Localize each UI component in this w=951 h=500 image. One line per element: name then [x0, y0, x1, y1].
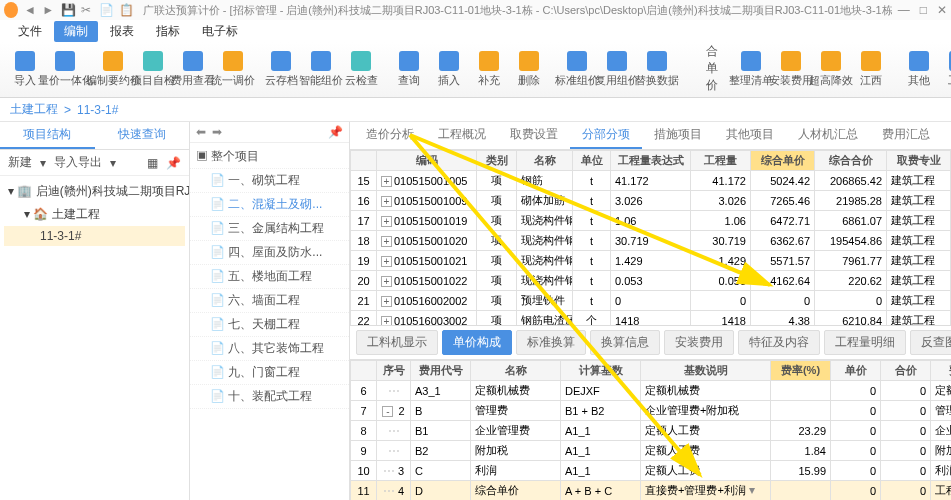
- btab-工料机显示[interactable]: 工料机显示: [356, 330, 438, 355]
- mid-item-8[interactable]: 📄 九、门窗工程: [190, 361, 349, 385]
- ribbon-整理清单[interactable]: 整理清单: [732, 49, 770, 90]
- menu-edit[interactable]: 编制: [54, 21, 98, 42]
- col-idx[interactable]: [351, 151, 377, 171]
- expand-all-icon[interactable]: ▦: [147, 156, 158, 170]
- table-row[interactable]: 11⋯ 4D综合单价A + B + C直接费+管理费+利润 ▾00工程造价: [351, 481, 952, 501]
- rtab-分部分项[interactable]: 分部分项: [570, 122, 642, 149]
- copy-icon[interactable]: 📄: [99, 3, 113, 17]
- mid-item-9[interactable]: 📄 十、装配式工程: [190, 385, 349, 409]
- mid-item-4[interactable]: 📄 五、楼地面工程: [190, 265, 349, 289]
- ribbon-复用组价[interactable]: 复用组价: [598, 49, 636, 90]
- table-row[interactable]: 9⋯ B2附加税A1_1定额人工费1.8400附加税费: [351, 441, 952, 461]
- ribbon-智能组价[interactable]: 智能组价: [302, 49, 340, 90]
- rtab-人材机汇总[interactable]: 人材机汇总: [786, 122, 870, 149]
- crumb-leaf[interactable]: 11-3-1#: [77, 103, 118, 117]
- bcol-序号[interactable]: 序号: [377, 361, 411, 381]
- btn-import-export[interactable]: 导入导出: [54, 154, 102, 171]
- table-row[interactable]: 20+010515001022项现浇构件钢筋t0.0530.0534162.64…: [351, 271, 951, 291]
- ribbon-标准组价[interactable]: 标准组价: [558, 49, 596, 90]
- rtab-措施项目[interactable]: 措施项目: [642, 122, 714, 149]
- table-row[interactable]: 6⋯ A3_1定额机械费DEJXF定额机械费00定额机械费: [351, 381, 952, 401]
- crumb-root[interactable]: 土建工程: [10, 101, 58, 118]
- mid-nav-right-icon[interactable]: ➡: [212, 125, 222, 139]
- bcol-单价[interactable]: 单价: [831, 361, 881, 381]
- ribbon-费用查看[interactable]: 费用查看: [174, 49, 212, 90]
- mid-item-6[interactable]: 📄 七、天棚工程: [190, 313, 349, 337]
- ribbon-安装费用[interactable]: 安装费用: [772, 49, 810, 90]
- col-单位[interactable]: 单位: [573, 151, 611, 171]
- btn-new[interactable]: 新建: [8, 154, 32, 171]
- table-row[interactable]: 8⋯ B1企业管理费A1_1定额人工费23.2900企业管理费: [351, 421, 952, 441]
- bcol-合价[interactable]: 合价: [881, 361, 931, 381]
- col-工程量表达式[interactable]: 工程量表达式: [611, 151, 691, 171]
- rtab-其他项目[interactable]: 其他项目: [714, 122, 786, 149]
- ribbon-云存档[interactable]: 云存档: [262, 49, 300, 90]
- menu-guide[interactable]: 指标: [146, 21, 190, 42]
- ribbon-其他[interactable]: 其他: [900, 49, 938, 90]
- ribbon-江西[interactable]: 江西: [852, 49, 890, 90]
- paste-icon[interactable]: 📋: [119, 3, 133, 17]
- menu-file[interactable]: 文件: [8, 21, 52, 42]
- bcol-费率(%)[interactable]: 费率(%): [771, 361, 831, 381]
- ribbon-插入[interactable]: 插入: [430, 49, 468, 90]
- table-row[interactable]: 22+010516003002项钢筋电渣压力焊个141814184.386210…: [351, 311, 951, 327]
- mid-pin-icon[interactable]: 📌: [328, 125, 343, 139]
- bcol-计算基数[interactable]: 计算基数: [561, 361, 641, 381]
- col-名称[interactable]: 名称: [517, 151, 573, 171]
- pin-icon[interactable]: 📌: [166, 156, 181, 170]
- tab-project-struct[interactable]: 项目结构: [0, 122, 95, 149]
- mid-item-2[interactable]: 📄 三、金属结构工程: [190, 217, 349, 241]
- btab-单价构成[interactable]: 单价构成: [442, 330, 512, 355]
- table-row[interactable]: 19+010515001021项现浇构件钢筋t1.4291.4295571.57…: [351, 251, 951, 271]
- tree-root[interactable]: ▾ 🏢 启迪(赣州)科技城二期项目RJ03-C1...: [4, 180, 185, 203]
- mid-root[interactable]: ▣ 整个项目: [190, 145, 349, 169]
- mid-nav-left-icon[interactable]: ⬅: [196, 125, 206, 139]
- ribbon-工具[interactable]: 工具: [940, 49, 951, 90]
- close-icon[interactable]: ✕: [937, 3, 947, 17]
- bcol-基数说明[interactable]: 基数说明: [641, 361, 771, 381]
- bcol-费用类别[interactable]: 费用类别: [931, 361, 952, 381]
- ribbon-统一调价[interactable]: 统一调价: [214, 49, 252, 90]
- menu-report[interactable]: 报表: [100, 21, 144, 42]
- col-类别[interactable]: 类别: [477, 151, 517, 171]
- col-综合单价[interactable]: 综合单价: [751, 151, 815, 171]
- ribbon-编制要约价[interactable]: 编制要约价: [94, 49, 132, 90]
- btab-标准换算[interactable]: 标准换算: [516, 330, 586, 355]
- minimize-icon[interactable]: —: [898, 3, 910, 17]
- mid-item-5[interactable]: 📄 六、墙面工程: [190, 289, 349, 313]
- ribbon-补充[interactable]: 补充: [470, 49, 508, 90]
- back-icon[interactable]: ◄: [24, 3, 36, 17]
- tree-l3[interactable]: 11-3-1#: [4, 226, 185, 246]
- maximize-icon[interactable]: □: [920, 3, 927, 17]
- save-icon[interactable]: 💾: [61, 3, 75, 17]
- mid-item-1[interactable]: 📄 二、混凝土及砌...: [190, 193, 349, 217]
- btab-反查图形工程量[interactable]: 反查图形工程量: [910, 330, 951, 355]
- mid-item-7[interactable]: 📄 八、其它装饰工程: [190, 337, 349, 361]
- btab-工程量明细[interactable]: 工程量明细: [824, 330, 906, 355]
- mid-item-0[interactable]: 📄 一、砌筑工程: [190, 169, 349, 193]
- col-编码[interactable]: 编码: [377, 151, 477, 171]
- ribbon-删除[interactable]: 删除: [510, 49, 548, 90]
- table-row[interactable]: 15+010515001005项钢筋t41.17241.1725024.4220…: [351, 171, 951, 191]
- btab-特征及内容[interactable]: 特征及内容: [738, 330, 820, 355]
- rtab-费用汇总[interactable]: 费用汇总: [870, 122, 942, 149]
- table-row[interactable]: 21+010516002002项预埋铁件t0000建筑工程: [351, 291, 951, 311]
- menu-etender[interactable]: 电子标: [192, 21, 248, 42]
- cut-icon[interactable]: ✂: [81, 3, 93, 17]
- table-row[interactable]: 17+010515001019项现浇构件钢筋t1.061.066472.7168…: [351, 211, 951, 231]
- table-row[interactable]: 10⋯ 3C利润A1_1定额人工费15.9900利润: [351, 461, 952, 481]
- ribbon-项目自检[interactable]: 项目自检: [134, 49, 172, 90]
- rtab-取费设置[interactable]: 取费设置: [498, 122, 570, 149]
- bcol-名称[interactable]: 名称: [471, 361, 561, 381]
- ribbon-替换数据[interactable]: 替换数据: [638, 49, 676, 90]
- col-工程量[interactable]: 工程量: [691, 151, 751, 171]
- bcol-费用代号[interactable]: 费用代号: [411, 361, 471, 381]
- rtab-造价分析[interactable]: 造价分析: [354, 122, 426, 149]
- ribbon-超高降效[interactable]: 超高降效: [812, 49, 850, 90]
- fwd-icon[interactable]: ►: [42, 3, 54, 17]
- tab-quick-search[interactable]: 快速查询: [95, 122, 190, 149]
- mid-item-3[interactable]: 📄 四、屋面及防水...: [190, 241, 349, 265]
- btab-安装费用[interactable]: 安装费用: [664, 330, 734, 355]
- ribbon-云检查[interactable]: 云检查: [342, 49, 380, 90]
- tree-l2[interactable]: ▾ 🏠 土建工程: [4, 203, 185, 226]
